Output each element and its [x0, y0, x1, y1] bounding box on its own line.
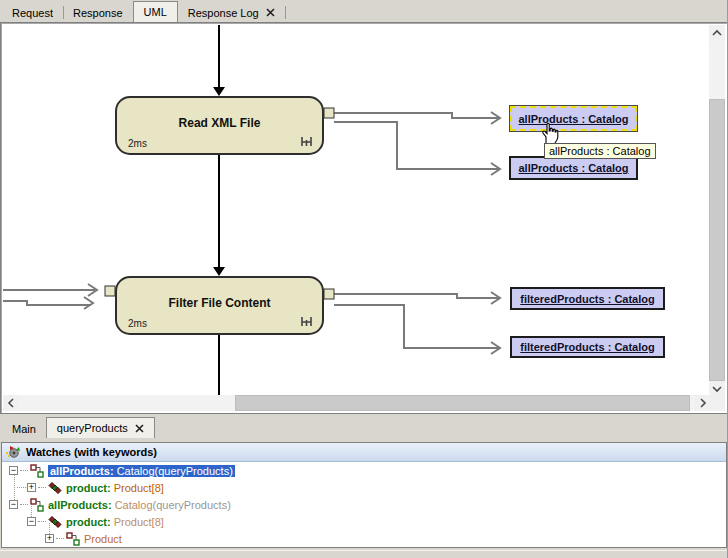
tab-request-label: Request: [12, 7, 53, 19]
expand-expander-icon[interactable]: [45, 534, 54, 543]
field-icon: [48, 515, 62, 529]
watch-row-product-1[interactable]: product: Product[8]: [2, 479, 164, 496]
arrowhead-right-icon: [84, 297, 93, 309]
watches-tree: allProducts: Catalog(queryProducts) prod…: [2, 462, 726, 547]
output-port: [324, 108, 334, 118]
node-duration: 2ms: [128, 318, 147, 329]
watch-row-product-2[interactable]: product: Product[8]: [2, 513, 164, 530]
tab-main-label: Main: [12, 423, 36, 435]
data-link: [3, 301, 91, 305]
data-link: [334, 122, 499, 169]
metrics-icon: [300, 135, 313, 149]
artifact-label: allProducts : Catalog: [518, 162, 628, 174]
scroll-up-button[interactable]: [709, 25, 725, 41]
collapse-expander-icon[interactable]: [9, 466, 18, 475]
node-duration: 2ms: [128, 138, 147, 149]
watches-title: Watches (with keywords): [26, 446, 157, 458]
tab-queryproducts-label: queryProducts: [57, 422, 128, 434]
uml-diagram-panel: Read XML File 2ms Filter File Content 2m…: [0, 22, 728, 414]
data-link: [334, 113, 499, 118]
node-title: Filter File Content: [117, 296, 322, 310]
watch-row-allproducts-1[interactable]: allProducts: Catalog(queryProducts): [2, 462, 235, 479]
tab-separator: [285, 6, 286, 19]
tree-dash: [38, 521, 46, 522]
metrics-icon: [300, 315, 313, 329]
node-read-xml-file[interactable]: Read XML File 2ms: [115, 96, 324, 155]
watches-icon: [6, 445, 21, 459]
class-icon: [30, 464, 44, 478]
node-title: Read XML File: [117, 116, 322, 130]
tab-main[interactable]: Main: [2, 419, 46, 438]
tab-request[interactable]: Request: [2, 3, 63, 22]
data-link: [334, 294, 499, 298]
artifact-label: allProducts : Catalog: [518, 113, 628, 125]
tree-dash: [20, 504, 28, 505]
arrowhead-down-icon: [213, 87, 225, 96]
tab-uml[interactable]: UML: [133, 1, 178, 22]
tree-dash: [38, 487, 46, 488]
watches-header: Watches (with keywords): [2, 443, 726, 462]
watch-row-product-class[interactable]: Product: [2, 530, 122, 547]
horizontal-scroll-thumb[interactable]: [235, 395, 690, 411]
artifact-allproducts-1[interactable]: allProducts : Catalog: [510, 106, 637, 131]
chevron-right-icon: [699, 398, 707, 408]
tree-dash: [20, 470, 28, 471]
process-tabbar: Main queryProducts: [0, 414, 728, 440]
selected-watch-text: allProducts: Catalog(queryProducts): [48, 465, 235, 477]
input-port: [105, 286, 115, 296]
artifact-allproducts-2[interactable]: allProducts : Catalog: [509, 156, 638, 180]
tab-response-label: Response: [73, 7, 123, 19]
watches-panel: Watches (with keywords) allProducts: Cat…: [1, 442, 727, 548]
artifact-label: filteredProducts : Catalog: [520, 293, 654, 305]
artifact-filteredproducts-2[interactable]: filteredProducts : Catalog: [510, 336, 665, 358]
diagram-canvas[interactable]: Read XML File 2ms Filter File Content 2m…: [3, 25, 711, 397]
tree-dash: [56, 538, 64, 539]
tooltip-text: allProducts : Catalog: [549, 145, 651, 157]
tab-response[interactable]: Response: [63, 3, 133, 22]
vertical-scroll-thumb[interactable]: [709, 99, 725, 381]
collapse-expander-icon[interactable]: [27, 517, 36, 526]
node-filter-file-content[interactable]: Filter File Content 2ms: [115, 276, 324, 335]
app-window: Request Response UML Response Log: [0, 0, 728, 558]
artifact-filteredproducts-1[interactable]: filteredProducts : Catalog: [510, 287, 665, 310]
artifact-label: filteredProducts : Catalog: [520, 341, 654, 353]
chevron-up-icon: [712, 29, 722, 37]
watch-row-allproducts-2[interactable]: allProducts: Catalog(queryProducts): [2, 496, 231, 513]
close-tab-icon[interactable]: [266, 8, 275, 17]
message-tabbar: Request Response UML Response Log: [0, 0, 728, 22]
scrollbar-corner: [709, 395, 725, 411]
scroll-left-button[interactable]: [3, 395, 19, 411]
output-port: [324, 289, 334, 299]
collapse-expander-icon[interactable]: [9, 500, 18, 509]
field-icon: [48, 481, 62, 495]
horizontal-scrollbar[interactable]: [3, 395, 711, 411]
close-tab-icon[interactable]: [135, 424, 144, 433]
vertical-scrollbar[interactable]: [709, 25, 725, 397]
arrowhead-down-icon: [213, 267, 225, 276]
data-link: [334, 305, 499, 348]
tab-response-log-label: Response Log: [188, 7, 259, 19]
expand-expander-icon[interactable]: [27, 483, 36, 492]
tab-response-log[interactable]: Response Log: [178, 3, 285, 22]
tab-uml-label: UML: [144, 6, 167, 18]
chevron-left-icon: [7, 398, 15, 408]
chevron-down-icon: [712, 385, 722, 393]
class-icon: [30, 498, 44, 512]
bottom-strip: [0, 550, 728, 558]
tooltip: allProducts : Catalog: [544, 143, 656, 159]
class-icon: [66, 532, 80, 546]
tab-queryproducts[interactable]: queryProducts: [46, 417, 155, 438]
